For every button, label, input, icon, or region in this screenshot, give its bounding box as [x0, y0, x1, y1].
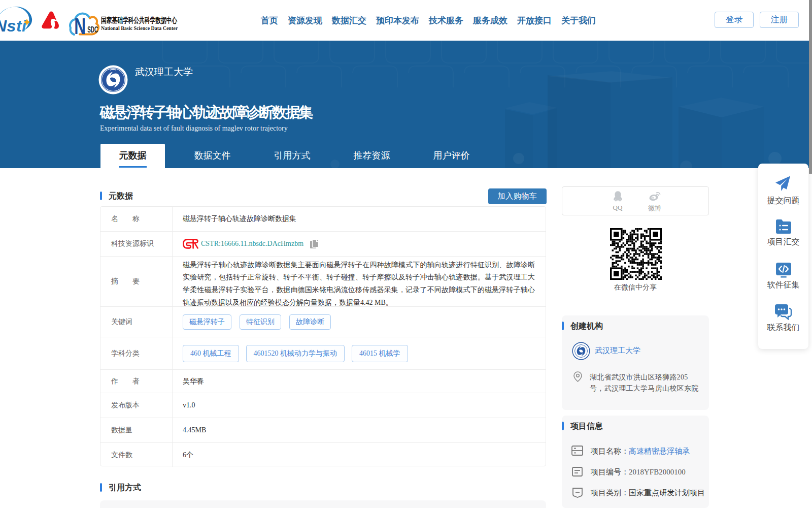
- svg-text:Nsti: Nsti: [0, 17, 27, 35]
- svg-text:N: N: [74, 14, 86, 37]
- svg-text:SDC: SDC: [87, 25, 98, 35]
